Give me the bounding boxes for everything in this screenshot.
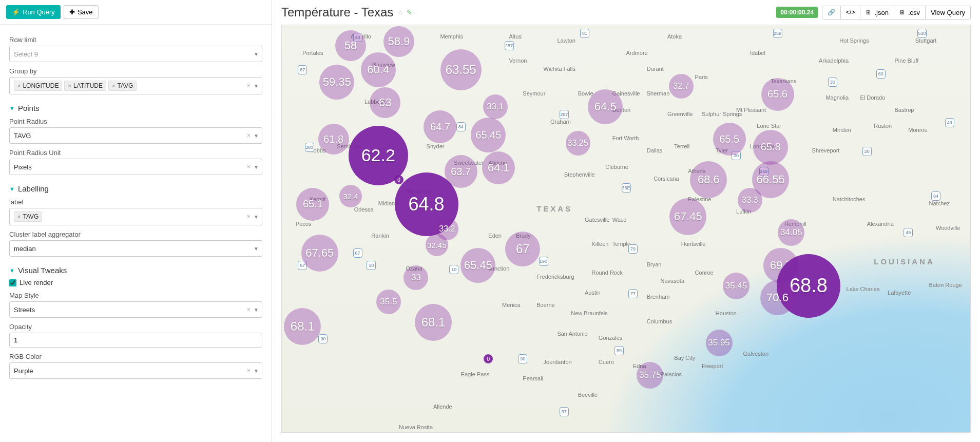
- cluster-bubble[interactable]: 68.1: [284, 308, 321, 345]
- state-label: TEXAS: [536, 204, 572, 213]
- city-label: Pecos: [296, 221, 312, 227]
- cluster-bubble[interactable]: 59.35: [319, 65, 354, 100]
- cluster-bubble[interactable]: 68.6: [690, 161, 727, 198]
- cluster-bubble[interactable]: 32.45: [426, 234, 448, 256]
- cluster-label: 68.6: [698, 173, 720, 186]
- cluster-bubble[interactable]: 67.45: [669, 198, 706, 235]
- cluster-bubble[interactable]: 61.8: [318, 124, 349, 155]
- link-button[interactable]: 🔗: [822, 6, 841, 20]
- city-label: Bay City: [674, 355, 695, 361]
- cluster-bubble[interactable]: 63.55: [440, 49, 482, 90]
- cluster-bubble[interactable]: 65.8: [753, 130, 788, 165]
- page-title: Température - Texas: [281, 5, 393, 20]
- cluster-bubble[interactable]: 35.5: [376, 290, 401, 314]
- cluster-bubble[interactable]: 33.25: [566, 131, 590, 156]
- live-render-label: Live render: [20, 279, 53, 286]
- highway-shield-icon: 530: [917, 29, 927, 38]
- close-icon[interactable]: ×: [112, 83, 115, 89]
- point-radius-unit-value: Pixels: [14, 163, 32, 171]
- point-radius-select[interactable]: TAVG × ▼: [9, 127, 262, 144]
- map-style-select[interactable]: Streets × ▼: [9, 301, 262, 318]
- group-by-select[interactable]: ×LONGITUDE ×LATITUDE ×TAVG × ▼: [9, 77, 262, 94]
- close-icon[interactable]: ×: [68, 83, 71, 89]
- clear-icon[interactable]: ×: [247, 82, 251, 89]
- clear-icon[interactable]: ×: [247, 213, 251, 220]
- edit-icon[interactable]: ✎: [407, 9, 412, 16]
- cluster-bubble[interactable]: 65.5: [713, 123, 746, 156]
- clear-icon[interactable]: ×: [247, 163, 251, 170]
- cluster-label: 68.1: [421, 315, 446, 330]
- city-label: Alexandria: [867, 221, 894, 227]
- cluster-label: 65.45: [464, 259, 492, 272]
- cluster-bubble[interactable]: 0: [394, 175, 403, 184]
- cluster-bubble[interactable]: 65.45: [460, 248, 495, 283]
- cluster-label: 65.6: [767, 88, 787, 100]
- cluster-bubble[interactable]: 65.45: [471, 118, 506, 152]
- cluster-label: 65.45: [475, 129, 501, 141]
- highway-shield-icon: 90: [518, 354, 527, 363]
- section-points[interactable]: ▼ Points: [9, 104, 262, 112]
- cluster-bubble[interactable]: 63: [370, 87, 400, 118]
- city-label: Gonzales: [599, 335, 622, 341]
- cluster-label: 70.6: [766, 291, 789, 304]
- rgb-color-select[interactable]: Purple × ▼: [9, 362, 262, 379]
- cluster-label: 63.55: [446, 63, 476, 77]
- run-query-button[interactable]: ⚡ Run Query: [6, 5, 61, 19]
- cluster-bubble[interactable]: 35.95: [706, 330, 733, 356]
- city-label: Sherman: [647, 90, 670, 97]
- cluster-bubble[interactable]: 64.7: [424, 110, 456, 143]
- tag-label-tavg[interactable]: ×TAVG: [14, 212, 42, 222]
- cluster-bubble[interactable]: 32.7: [669, 74, 694, 99]
- cluster-bubble[interactable]: 68.1: [415, 304, 452, 341]
- cluster-bubble[interactable]: 65.1: [296, 188, 329, 221]
- cluster-bubble[interactable]: 67: [505, 232, 540, 266]
- tag-longitude[interactable]: ×LONGITUDE: [14, 81, 62, 91]
- cluster-bubble[interactable]: 65.6: [761, 78, 794, 111]
- highway-shield-icon: 287: [505, 41, 514, 50]
- clear-icon[interactable]: ×: [247, 306, 251, 313]
- close-icon[interactable]: ×: [17, 214, 21, 220]
- cluster-bubble[interactable]: 35.45: [723, 273, 750, 299]
- cluster-label: 33.3: [742, 196, 758, 205]
- save-button[interactable]: ✚ Save: [64, 5, 99, 19]
- section-labelling[interactable]: ▼ Labelling: [9, 184, 262, 193]
- json-button[interactable]: 🗎 .json: [860, 6, 894, 20]
- cluster-bubble[interactable]: 35.75: [637, 362, 663, 389]
- cluster-label: 58.9: [388, 35, 410, 48]
- tag-latitude[interactable]: ×LATITUDE: [64, 81, 106, 91]
- city-label: Vernon: [509, 57, 527, 64]
- right-tools: 00:00:00.24 🔗 </> 🗎 .json 🗎 .csv View Qu…: [776, 6, 971, 20]
- map[interactable]: TEXASLOUISIANAAmarilloMemphisAltusLawton…: [281, 25, 971, 433]
- cluster-bubble[interactable]: 60.4: [361, 52, 396, 87]
- close-icon[interactable]: ×: [17, 83, 21, 89]
- section-visual-tweaks[interactable]: ▼ Visual Tweaks: [9, 266, 262, 275]
- view-query-button[interactable]: View Query: [925, 6, 971, 20]
- cluster-bubble[interactable]: 64.1: [482, 151, 515, 184]
- embed-button[interactable]: </>: [840, 6, 860, 20]
- point-radius-unit-select[interactable]: Pixels × ▼: [9, 159, 262, 175]
- title-wrap: Température - Texas ☆ ✎: [281, 5, 412, 20]
- cluster-bubble[interactable]: 33.1: [483, 94, 508, 119]
- cluster-bubble[interactable]: 32.4: [339, 185, 362, 207]
- cluster-bubble[interactable]: 70.6: [760, 280, 795, 315]
- cluster-agg-select[interactable]: median ▼: [9, 240, 262, 257]
- csv-button[interactable]: 🗎 .csv: [894, 6, 926, 20]
- cluster-bubble[interactable]: 0: [484, 354, 493, 363]
- row-limit-select[interactable]: Select 9 ▼: [9, 46, 262, 62]
- cluster-bubble[interactable]: 64.5: [588, 89, 623, 124]
- label-select[interactable]: ×TAVG × ▼: [9, 208, 262, 225]
- tag-tavg[interactable]: ×TAVG: [108, 81, 137, 91]
- clear-icon[interactable]: ×: [247, 367, 251, 374]
- live-render-checkbox[interactable]: [9, 279, 16, 286]
- cluster-bubble[interactable]: 67.65: [301, 235, 338, 272]
- cluster-bubble[interactable]: 33: [403, 265, 428, 290]
- cluster-bubble[interactable]: 58: [335, 30, 366, 61]
- star-icon[interactable]: ☆: [397, 9, 403, 16]
- opacity-input[interactable]: [9, 333, 262, 348]
- clear-icon[interactable]: ×: [247, 132, 251, 139]
- city-label: Menica: [502, 302, 520, 308]
- triangle-down-icon: ▼: [9, 105, 15, 111]
- cluster-bubble[interactable]: 58.9: [383, 26, 414, 57]
- cluster-bubble[interactable]: 34.05: [778, 219, 804, 246]
- cluster-bubble[interactable]: 33.3: [738, 188, 762, 213]
